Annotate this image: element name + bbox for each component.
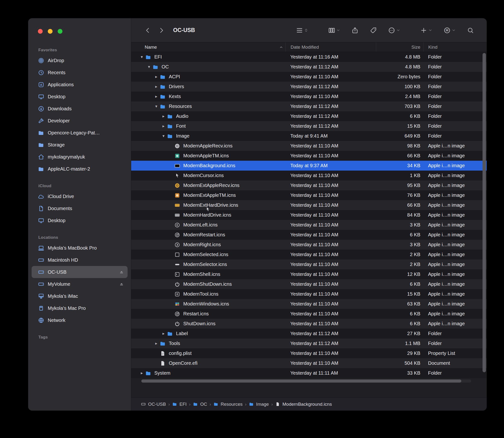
disclosure-triangle[interactable]: ▸ xyxy=(160,124,167,129)
back-button[interactable] xyxy=(143,25,153,35)
path-item-oc-usb[interactable]: OC-USB xyxy=(141,402,166,407)
file-row-restart-icns[interactable]: Restart.icnsYesterday at 11:10 AM6 KBApp… xyxy=(131,309,487,319)
file-row-modernleft-icns[interactable]: ModernLeft.icnsYesterday at 11:10 AM3 KB… xyxy=(131,220,487,230)
sidebar-item-downloads[interactable]: Downloads xyxy=(32,103,127,115)
sidebar-item-airdrop[interactable]: AirDrop xyxy=(32,55,127,66)
disclosure-triangle[interactable]: ▸ xyxy=(153,74,160,79)
search-button[interactable] xyxy=(465,25,476,35)
file-row-shutdown-icns[interactable]: ShutDown.icnsYesterday at 11:10 AM6 KBAp… xyxy=(131,319,487,328)
sidebar-item-opencore-legacy-pat[interactable]: Opencore-Legacy-Pat… xyxy=(32,127,127,139)
file-row-system[interactable]: ▸SystemYesterday at 11:11 AM33 KBFolder xyxy=(131,368,487,378)
file-row-modernharddrive-icns[interactable]: ModernHardDrive.icnsYesterday at 11:10 A… xyxy=(131,210,487,220)
path-item-efi[interactable]: EFI xyxy=(172,402,187,407)
folder-icon xyxy=(160,103,166,110)
file-row-modernapplerecv-icns[interactable]: ModernAppleRecv.icnsYesterday at 11:10 A… xyxy=(131,141,487,151)
column-header-name[interactable]: Name xyxy=(131,42,286,52)
disclosure-triangle[interactable]: ▾ xyxy=(146,64,152,69)
share-button[interactable] xyxy=(350,25,360,35)
path-item-resources[interactable]: Resources xyxy=(213,402,243,407)
column-header-date-modified[interactable]: Date Modified xyxy=(286,42,376,52)
file-row-efi[interactable]: ▾EFIYesterday at 11:16 AM4.8 MBFolder xyxy=(131,52,487,62)
file-date-modified: Yesterday at 11:12 AM xyxy=(286,84,376,89)
file-row-tools[interactable]: ▸ToolsYesterday at 11:12 AM1.1 MBFolder xyxy=(131,339,487,348)
file-name: ModernCursor.icns xyxy=(183,173,224,178)
file-row-image[interactable]: ▾ImageToday at 9:41 AM649 KBFolder xyxy=(131,131,487,141)
forward-button[interactable] xyxy=(156,25,166,35)
path-item-image[interactable]: Image xyxy=(249,402,269,407)
sidebar-item-applications[interactable]: AApplications xyxy=(32,78,127,91)
disclosure-triangle[interactable]: ▾ xyxy=(153,104,160,109)
file-row-opencore-efi[interactable]: OpenCore.efiYesterday at 11:10 AM504 KBD… xyxy=(131,358,487,368)
sidebar-item-mykola-s-macbook-pro[interactable]: Mykola’s MacBook Pro xyxy=(32,242,127,254)
tags-button[interactable] xyxy=(368,25,378,35)
file-row-modernextapplerecv-icns[interactable]: ModernExtAppleRecv.icnsYesterday at 11:1… xyxy=(131,180,487,190)
file-row-label[interactable]: ▸LabelYesterday at 11:12 AM27 KBFolder xyxy=(131,328,487,339)
path-item-oc[interactable]: OC xyxy=(193,402,207,407)
disclosure-triangle[interactable]: ▸ xyxy=(138,371,145,376)
close-window-button[interactable] xyxy=(38,29,43,34)
minimize-window-button[interactable] xyxy=(48,29,53,34)
column-header-kind[interactable]: Kind xyxy=(423,42,487,52)
vertical-scrollbar-thumb[interactable] xyxy=(482,53,486,372)
file-row-modernappletm-icns[interactable]: ModernAppleTM.icnsYesterday at 11:10 AM6… xyxy=(131,151,487,161)
sidebar-item-mykola-s-mac-pro[interactable]: Mykola’s Mac Pro xyxy=(32,302,127,314)
file-row-modernbackground-icns[interactable]: ModernBackground.icnsToday at 9:37 AM34 … xyxy=(131,161,487,171)
sidebar-item-desktop[interactable]: Desktop xyxy=(32,214,127,227)
file-row-modernwindows-icns[interactable]: ModernWindows.icnsYesterday at 11:10 AM6… xyxy=(131,299,487,309)
file-row-modernextappletm-icns[interactable]: ModernExtAppleTM.icnsYesterday at 11:10 … xyxy=(131,190,487,200)
path-item-modernbackground-icns[interactable]: ModernBackground.icns xyxy=(275,402,332,407)
sidebar-item-myvolume[interactable]: MyVolume xyxy=(32,278,127,290)
file-row-modernrestart-icns[interactable]: ModernRestart.icnsYesterday at 11:10 AM6… xyxy=(131,230,487,240)
file-row-modernshutdown-icns[interactable]: ModernShutDown.icnsYesterday at 11:10 AM… xyxy=(131,279,487,289)
windows-icon xyxy=(174,301,180,307)
account-button[interactable]: M xyxy=(442,25,457,35)
file-row-modernright-icns[interactable]: ModernRight.icnsYesterday at 11:10 AM3 K… xyxy=(131,240,487,250)
sidebar-item-applealc-master-2[interactable]: AppleALC-master-2 xyxy=(32,163,127,175)
sidebar-item-mykolagrymalyuk[interactable]: mykolagrymalyuk xyxy=(32,151,127,163)
file-row-modernselected-icns[interactable]: ModernSelected.icnsYesterday at 11:10 AM… xyxy=(131,250,487,260)
sidebar-item-desktop[interactable]: Desktop xyxy=(32,91,127,103)
more-actions-button[interactable] xyxy=(387,25,402,35)
file-row-acpi[interactable]: ▸ACPIYesterday at 11:10 AMZero bytesFold… xyxy=(131,72,487,82)
disclosure-triangle[interactable]: ▾ xyxy=(160,133,167,139)
file-size: 3 KB xyxy=(376,222,423,228)
horizontal-scrollbar[interactable] xyxy=(141,379,471,383)
sidebar-item-recents[interactable]: Recents xyxy=(32,66,127,78)
sidebar-item-oc-usb[interactable]: OC-USB xyxy=(32,266,127,278)
disclosure-triangle[interactable]: ▸ xyxy=(153,84,160,89)
sidebar-item-developer[interactable]: Developer xyxy=(32,115,127,127)
sidebar-item-icloud-drive[interactable]: iCloud Drive xyxy=(32,190,127,202)
disclosure-triangle[interactable]: ▾ xyxy=(138,55,145,59)
file-row-oc[interactable]: ▾OCYesterday at 11:12 AM4.8 MBFolder xyxy=(131,62,487,72)
file-row-moderncursor-icns[interactable]: ModernCursor.icnsYesterday at 11:10 AM1 … xyxy=(131,171,487,180)
file-row-drivers[interactable]: ▸DriversYesterday at 11:12 AM100 KBFolde… xyxy=(131,82,487,92)
file-row-modernshell-icns[interactable]: ModernShell.icnsYesterday at 11:10 AM12 … xyxy=(131,269,487,279)
sidebar-item-documents[interactable]: Documents xyxy=(32,202,127,214)
disclosure-triangle[interactable]: ▸ xyxy=(153,94,160,99)
sidebar-item-macintosh-hd[interactable]: Macintosh HD xyxy=(32,254,127,266)
group-by-button[interactable] xyxy=(327,25,342,35)
horizontal-scrollbar-thumb[interactable] xyxy=(141,379,461,383)
file-row-config-plist[interactable]: config.plistYesterday at 11:10 AM29 KBPr… xyxy=(131,348,487,358)
hammer-icon xyxy=(38,118,44,124)
file-name: ModernRight.icns xyxy=(183,242,221,247)
disclosure-triangle[interactable]: ▸ xyxy=(160,114,167,119)
disclosure-triangle[interactable]: ▸ xyxy=(160,331,167,336)
vertical-scrollbar[interactable] xyxy=(482,53,486,379)
view-mode-button[interactable] xyxy=(294,25,310,35)
file-row-font[interactable]: ▸FontYesterday at 11:12 AM15 KBFolder xyxy=(131,121,487,131)
file-row-resources[interactable]: ▾ResourcesYesterday at 11:12 AM703 KBFol… xyxy=(131,101,487,111)
sidebar-item-network[interactable]: Network xyxy=(32,314,127,326)
file-row-moderntool-icns[interactable]: ModernTool.icnsYesterday at 11:10 AM15 K… xyxy=(131,289,487,299)
new-item-button[interactable] xyxy=(419,25,434,35)
file-row-modernextharddrive-icns[interactable]: ModernExtHardDrive.icnsYesterday at 11:1… xyxy=(131,200,487,210)
sidebar-item-mykola-s-imac[interactable]: Mykola’s iMac xyxy=(32,290,127,302)
file-kind: Folder xyxy=(423,370,487,376)
disclosure-triangle[interactable]: ▸ xyxy=(153,341,160,346)
sidebar-item-storage[interactable]: Storage xyxy=(32,139,127,151)
file-row-audio[interactable]: ▸AudioYesterday at 11:12 AM6 KBFolder xyxy=(131,111,487,121)
column-header-size[interactable]: Size xyxy=(376,42,423,52)
file-row-kexts[interactable]: ▸KextsYesterday at 11:10 AM2.4 MBFolder xyxy=(131,92,487,101)
zoom-window-button[interactable] xyxy=(58,29,62,34)
file-row-modernselector-icns[interactable]: ModernSelector.icnsYesterday at 11:10 AM… xyxy=(131,260,487,269)
